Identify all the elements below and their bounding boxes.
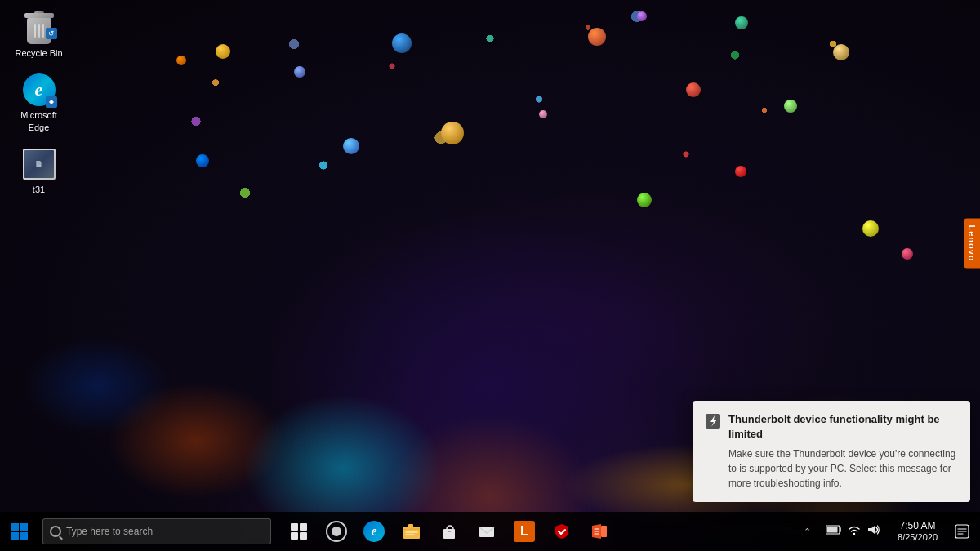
clock[interactable]: 7:50 AM 8/25/2020 xyxy=(891,520,944,543)
lenovo-vantage-button[interactable]: L xyxy=(506,513,542,549)
tray-icons-area xyxy=(819,523,888,540)
edge-badge xyxy=(46,96,57,108)
action-center-button[interactable] xyxy=(947,512,977,551)
store-button[interactable] xyxy=(431,513,467,549)
svg-rect-9 xyxy=(479,527,494,537)
desktop: ↺ Recycle Bin e Microsoft Edge xyxy=(0,0,980,551)
mcafee-button[interactable] xyxy=(544,513,580,549)
taskbar: Type here to search xyxy=(0,512,980,551)
store-icon xyxy=(440,522,458,540)
clock-date: 8/25/2020 xyxy=(898,532,938,543)
search-icon xyxy=(50,526,61,537)
file-explorer-icon xyxy=(403,522,421,540)
taskbar-edge-button[interactable]: e xyxy=(356,513,392,549)
lenovo-tab[interactable]: Lenovo xyxy=(964,218,980,268)
volume-icon[interactable] xyxy=(866,523,881,540)
t31-label: t31 xyxy=(33,184,45,195)
toast-title: Thunderbolt device functionality might b… xyxy=(728,412,957,442)
edge-icon-graphic: e xyxy=(23,73,56,106)
svg-rect-10 xyxy=(601,526,607,537)
office-button[interactable] xyxy=(581,513,617,549)
action-center-icon xyxy=(955,524,969,539)
thunderbolt-icon xyxy=(706,414,720,429)
search-placeholder: Type here to search xyxy=(66,526,153,537)
office-icon xyxy=(590,522,608,540)
edge-e-letter: e xyxy=(35,79,43,100)
chevron-up-icon: ⌃ xyxy=(804,527,811,537)
svg-rect-12 xyxy=(840,527,841,532)
t31-icon-graphic: 📄 xyxy=(23,149,56,180)
taskbar-edge-icon: e xyxy=(363,521,385,542)
file-explorer-button[interactable] xyxy=(394,513,430,549)
cortana-button[interactable] xyxy=(318,513,354,549)
edge-label: Microsoft Edge xyxy=(11,109,66,133)
battery-icon[interactable] xyxy=(826,524,842,539)
lenovo-vantage-icon: L xyxy=(514,521,535,542)
svg-rect-13 xyxy=(827,527,838,533)
mcafee-icon xyxy=(553,522,571,540)
svg-rect-1 xyxy=(291,523,298,531)
network-icon[interactable] xyxy=(847,523,862,540)
desktop-icon-recycle-bin[interactable]: ↺ Recycle Bin xyxy=(8,8,69,62)
recycle-bin-graphic: ↺ xyxy=(24,11,54,44)
svg-rect-6 xyxy=(408,524,413,528)
windows-logo-icon xyxy=(11,523,28,540)
edge-icon-image: e xyxy=(23,73,56,106)
show-hidden-icons-button[interactable]: ⌃ xyxy=(799,527,816,537)
desktop-icons-area: ↺ Recycle Bin e Microsoft Edge xyxy=(8,8,69,198)
search-bar[interactable]: Type here to search xyxy=(42,518,271,544)
svg-rect-4 xyxy=(300,532,307,540)
taskbar-pinned-icons: e xyxy=(281,513,799,549)
clock-time: 7:50 AM xyxy=(900,520,936,531)
desktop-icon-t31[interactable]: 📄 t31 xyxy=(8,144,69,198)
t31-icon-image: 📄 xyxy=(23,148,56,180)
toast-body: Make sure the Thunderbolt device you're … xyxy=(728,447,957,491)
toast-header: Thunderbolt device functionality might b… xyxy=(706,412,957,442)
recycle-bin-icon-image: ↺ xyxy=(23,11,56,44)
notification-toast[interactable]: Thunderbolt device functionality might b… xyxy=(693,401,970,502)
desktop-icon-edge[interactable]: e Microsoft Edge xyxy=(8,70,69,136)
system-tray: ⌃ xyxy=(799,512,980,551)
start-button[interactable] xyxy=(0,512,39,551)
recycle-bin-label: Recycle Bin xyxy=(15,47,62,59)
t31-inner-graphic: 📄 xyxy=(24,150,54,178)
svg-rect-7 xyxy=(443,529,455,539)
task-view-button[interactable] xyxy=(281,513,317,549)
mail-icon xyxy=(478,522,496,540)
svg-rect-8 xyxy=(448,531,451,532)
cortana-icon xyxy=(326,521,347,542)
svg-rect-2 xyxy=(300,523,307,531)
svg-rect-3 xyxy=(291,532,298,540)
mail-button[interactable] xyxy=(469,513,505,549)
